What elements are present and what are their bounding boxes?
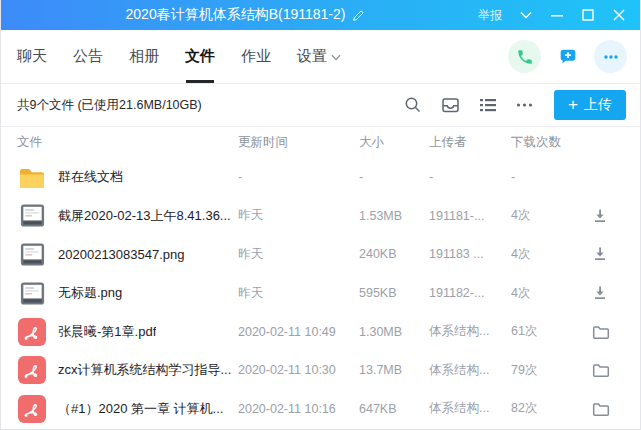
file-updated: 2020-02-11 10:30 <box>238 363 359 377</box>
file-name: 群在线文档 <box>58 168 123 186</box>
tab-label: 聊天 <box>17 47 47 66</box>
file-downloads: 4次 <box>511 246 576 263</box>
group-file-window: 2020春计算机体系结构B(191181-2) 举报 聊天 公告 <box>0 0 641 430</box>
titlebar: 2020春计算机体系结构B(191181-2) 举报 <box>1 0 640 30</box>
pencil-icon[interactable] <box>351 8 365 22</box>
table-body: 群在线文档 - - - - 截屏2020-02-13上午8.41.36... 昨… <box>1 158 640 428</box>
upload-button[interactable]: + 上传 <box>554 90 626 120</box>
tab-album[interactable]: 相册 <box>129 30 159 83</box>
open-folder-icon[interactable] <box>592 362 610 378</box>
table-row[interactable]: 无标题.png 昨天 595KB 191182-... 4次 <box>1 274 640 313</box>
tab-label: 公告 <box>73 47 103 66</box>
file-downloads: 61次 <box>511 323 576 340</box>
phone-icon[interactable] <box>508 40 541 73</box>
file-updated: 2020-02-11 10:49 <box>238 325 359 339</box>
download-icon[interactable] <box>592 246 608 262</box>
file-name: （#1）2020 第一章 计算机... <box>58 400 223 418</box>
file-updated: - <box>238 170 359 184</box>
more-icon[interactable] <box>516 97 533 113</box>
pdf-file-icon <box>17 317 47 347</box>
file-name: 无标题.png <box>58 284 122 302</box>
folder-file-icon <box>17 162 47 192</box>
file-uploader: 体系结构... <box>429 323 511 340</box>
file-uploader: 191182-... <box>429 286 511 300</box>
tab-files[interactable]: 文件 <box>185 30 215 83</box>
window-title: 2020春计算机体系结构B(191181-2) <box>126 6 346 24</box>
file-size: - <box>359 170 429 184</box>
file-name: 截屏2020-02-13上午8.41.36... <box>58 207 231 225</box>
pdf-file-icon <box>17 355 47 385</box>
file-updated: 2020-02-11 10:16 <box>238 402 359 416</box>
inbox-icon[interactable] <box>441 96 460 114</box>
image-file-icon <box>17 201 47 231</box>
minimize-icon[interactable] <box>550 8 564 22</box>
table-row[interactable]: 20200213083547.png 昨天 240KB 191183 ... 4… <box>1 235 640 274</box>
file-size: 240KB <box>359 247 429 261</box>
open-folder-icon[interactable] <box>592 401 610 417</box>
column-header: 文件 <box>1 134 238 151</box>
upload-button-label: 上传 <box>584 96 612 114</box>
file-downloads: - <box>511 170 576 184</box>
file-updated: 昨天 <box>238 285 359 302</box>
download-icon[interactable] <box>592 285 608 301</box>
tab-settings[interactable]: 设置 <box>297 30 341 83</box>
tab-chat[interactable]: 聊天 <box>17 30 47 83</box>
file-count-summary: 共9个文件 (已使用21.6MB/10GB) <box>17 97 202 114</box>
tabbar: 聊天 公告 相册 文件 作业 设置 <box>1 30 640 84</box>
maximize-icon[interactable] <box>581 8 595 22</box>
file-downloads: 82次 <box>511 400 576 417</box>
column-header: 下载次数 <box>511 134 576 151</box>
file-uploader: 体系结构... <box>429 400 511 417</box>
close-icon[interactable] <box>612 8 626 22</box>
image-file-icon <box>17 278 47 308</box>
open-folder-icon[interactable] <box>592 324 610 340</box>
table-header: 文件更新时间大小上传者下载次数 <box>1 127 640 158</box>
tab-announcement[interactable]: 公告 <box>73 30 103 83</box>
file-uploader: - <box>429 170 511 184</box>
file-name: 张晨曦-第1章.pdf <box>58 323 156 341</box>
file-size: 1.30MB <box>359 325 429 339</box>
plus-icon: + <box>568 96 578 113</box>
file-updated: 昨天 <box>238 207 359 224</box>
tab-label: 相册 <box>129 47 159 66</box>
file-name: 20200213083547.png <box>58 247 185 262</box>
chevron-down-icon[interactable] <box>519 8 533 22</box>
tab-label: 文件 <box>185 47 215 66</box>
image-file-icon <box>17 239 47 269</box>
tab-homework[interactable]: 作业 <box>241 30 271 83</box>
file-size: 13.7MB <box>359 363 429 377</box>
file-uploader: 191183 ... <box>429 247 511 261</box>
more-dots-icon[interactable] <box>594 40 627 73</box>
table-row[interactable]: （#1）2020 第一章 计算机... 2020-02-11 10:16 647… <box>1 390 640 429</box>
column-header: 更新时间 <box>238 134 359 151</box>
file-size: 647KB <box>359 402 429 416</box>
tab-label: 设置 <box>297 47 327 66</box>
file-uploader: 体系结构... <box>429 362 511 379</box>
tab-label: 作业 <box>241 47 271 66</box>
table-row[interactable]: zcx计算机系统结构学习指导... 2020-02-11 10:30 13.7M… <box>1 351 640 390</box>
column-header: 上传者 <box>429 134 511 151</box>
file-toolbar: 共9个文件 (已使用21.6MB/10GB) + 上传 <box>1 84 640 127</box>
chat-plus-icon[interactable] <box>551 40 584 73</box>
file-name: zcx计算机系统结构学习指导... <box>58 361 231 379</box>
file-downloads: 4次 <box>511 285 576 302</box>
file-uploader: 191181-... <box>429 209 511 223</box>
chevron-down-icon <box>331 54 341 61</box>
table-row[interactable]: 截屏2020-02-13上午8.41.36... 昨天 1.53MB 19118… <box>1 197 640 236</box>
file-size: 595KB <box>359 286 429 300</box>
file-size: 1.53MB <box>359 209 429 223</box>
table-row[interactable]: 张晨曦-第1章.pdf 2020-02-11 10:49 1.30MB 体系结构… <box>1 312 640 351</box>
table-row[interactable]: 群在线文档 - - - - <box>1 158 640 197</box>
report-link[interactable]: 举报 <box>478 7 502 24</box>
file-table: 文件更新时间大小上传者下载次数 群在线文档 - - - - 截屏2020-02-… <box>1 127 640 429</box>
download-icon[interactable] <box>592 208 608 224</box>
column-header: 大小 <box>359 134 429 151</box>
tabs: 聊天 公告 相册 文件 作业 设置 <box>17 30 367 83</box>
search-icon[interactable] <box>404 96 422 114</box>
file-downloads: 79次 <box>511 362 576 379</box>
file-downloads: 4次 <box>511 207 576 224</box>
pdf-file-icon <box>17 394 47 424</box>
list-view-icon[interactable] <box>479 97 497 113</box>
file-updated: 昨天 <box>238 246 359 263</box>
